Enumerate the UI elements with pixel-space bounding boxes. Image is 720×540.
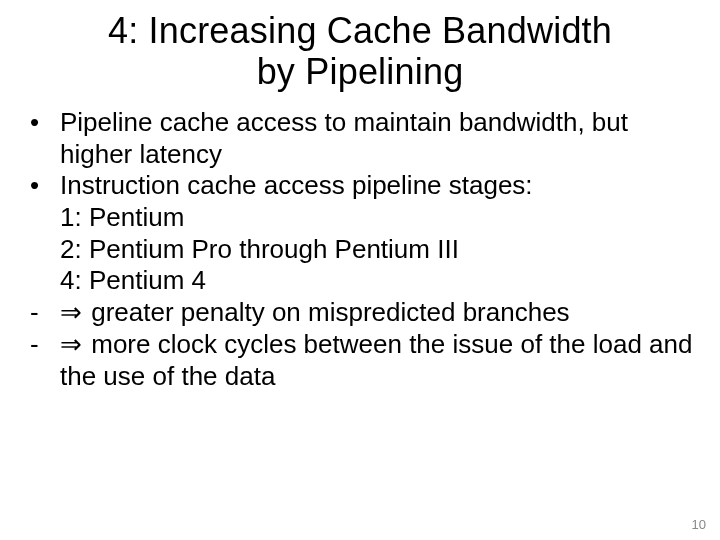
dash-text-content: greater penalty on mispredicted branches [91, 297, 569, 327]
slide-title: 4: Increasing Cache Bandwidth by Pipelin… [0, 0, 720, 93]
sub-text: 4: Pentium 4 [60, 265, 694, 297]
sub-item: 1: Pentium [26, 202, 694, 234]
sub-item: 4: Pentium 4 [26, 265, 694, 297]
slide: 4: Increasing Cache Bandwidth by Pipelin… [0, 0, 720, 540]
indent-spacer [26, 234, 60, 266]
bullet-item: • Pipeline cache access to maintain band… [26, 107, 694, 170]
dash-text-content: more clock cycles between the issue of t… [60, 329, 692, 391]
bullet-text: Instruction cache access pipeline stages… [60, 170, 694, 202]
bullet-marker: • [26, 107, 60, 170]
dash-marker: - [26, 329, 60, 392]
title-line-1: 4: Increasing Cache Bandwidth [0, 10, 720, 51]
indent-spacer [26, 202, 60, 234]
dash-text: ⇒ more clock cycles between the issue of… [60, 329, 694, 392]
sub-text: 2: Pentium Pro through Pentium III [60, 234, 694, 266]
bullet-marker: • [26, 170, 60, 202]
bullet-text: Pipeline cache access to maintain bandwi… [60, 107, 694, 170]
bullet-item: • Instruction cache access pipeline stag… [26, 170, 694, 202]
dash-text: ⇒ greater penalty on mispredicted branch… [60, 297, 694, 329]
indent-spacer [26, 265, 60, 297]
dash-marker: - [26, 297, 60, 329]
sub-item: 2: Pentium Pro through Pentium III [26, 234, 694, 266]
implies-arrow-icon: ⇒ [60, 297, 84, 327]
page-number: 10 [692, 517, 706, 532]
dash-item: - ⇒ more clock cycles between the issue … [26, 329, 694, 392]
sub-text: 1: Pentium [60, 202, 694, 234]
implies-arrow-icon: ⇒ [60, 329, 84, 359]
title-line-2: by Pipelining [0, 51, 720, 92]
slide-body: • Pipeline cache access to maintain band… [0, 93, 720, 392]
dash-item: - ⇒ greater penalty on mispredicted bran… [26, 297, 694, 329]
